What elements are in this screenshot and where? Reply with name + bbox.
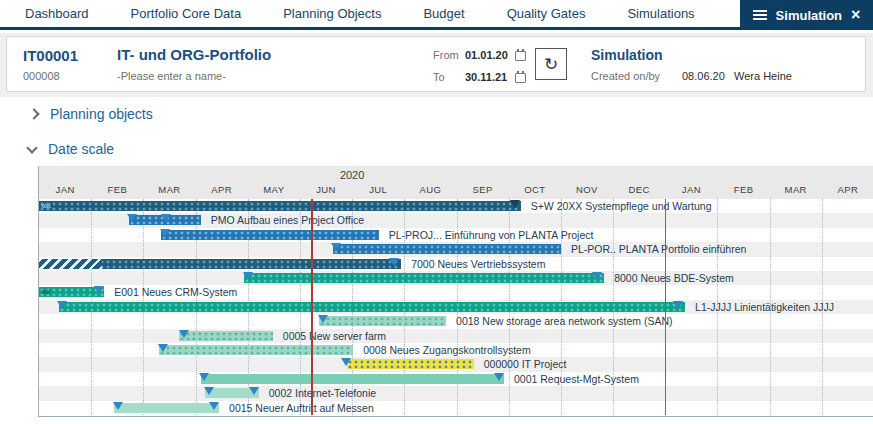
refresh-button[interactable]: ↻: [535, 48, 567, 80]
milestone-icon[interactable]: [389, 258, 399, 266]
milestone-icon[interactable]: [179, 330, 189, 338]
month-label: MAY: [248, 184, 300, 195]
gantt-row: 0018 New storage area network system (SA…: [39, 314, 873, 328]
gantt-bar[interactable]: [159, 345, 353, 355]
gantt-body: ««S+W 20XX Systempflege und WartungPMO A…: [39, 199, 873, 415]
portfolio-id: IT00001: [23, 47, 78, 64]
from-date-field[interactable]: 01.01.20: [465, 49, 508, 61]
to-label: To: [433, 71, 445, 83]
hatch-pattern: [39, 259, 102, 269]
month-label: MAR: [143, 184, 195, 195]
nav-item-budget[interactable]: Budget: [423, 6, 464, 21]
gantt-bar[interactable]: [39, 259, 401, 269]
gantt-bar[interactable]: [333, 244, 561, 254]
hamburger-icon[interactable]: [753, 14, 767, 16]
gantt-row: 0008 Neues Zugangskontrollsystem: [39, 343, 873, 357]
continues-left-icon: ««: [41, 285, 50, 299]
milestone-icon[interactable]: [673, 301, 683, 309]
milestone-icon[interactable]: [158, 344, 168, 352]
month-label: FEB: [91, 184, 143, 195]
nav-item-quality-gates[interactable]: Quality Gates: [507, 6, 586, 21]
month-label: JUN: [300, 184, 352, 195]
to-date-field[interactable]: 30.11.21: [465, 71, 507, 83]
tab-simulation[interactable]: Simulation ×: [740, 0, 873, 30]
milestone-icon[interactable]: [331, 243, 341, 251]
gantt-bar[interactable]: [347, 359, 474, 369]
created-by: Wera Heine: [734, 70, 792, 82]
month-label: APR: [822, 184, 873, 195]
gantt-bar[interactable]: [179, 331, 273, 341]
portfolio-name: IT- und ORG-Portfolio: [117, 46, 271, 63]
month-label: JAN: [39, 184, 91, 195]
month-label: JAN: [665, 184, 717, 195]
planning-objects-label: Planning objects: [50, 106, 153, 122]
milestone-icon[interactable]: [249, 387, 259, 395]
today-line: [311, 199, 313, 415]
nav-item-simulations[interactable]: Simulations: [627, 6, 694, 21]
header-panel: IT00001 000008 IT- und ORG-Portfolio -Pl…: [6, 36, 866, 92]
milestone-icon[interactable]: [494, 373, 504, 381]
bar-label: PL-POR.. PLANTA Portfolio einführen: [571, 242, 746, 256]
bar-label: 0008 Neues Zugangskontrollsystem: [363, 343, 531, 357]
milestone-icon[interactable]: [199, 373, 209, 381]
created-date: 08.06.20: [682, 70, 725, 82]
month-label: DEC: [613, 184, 665, 195]
gantt-bar[interactable]: [59, 302, 685, 312]
milestone-icon[interactable]: [592, 272, 602, 280]
continues-left-icon: ««: [41, 199, 50, 213]
month-label: AUG: [404, 184, 456, 195]
simulation-name-placeholder[interactable]: -Please enter a name-: [117, 70, 226, 82]
to-calendar-icon[interactable]: [515, 73, 526, 83]
milestone-icon[interactable]: [127, 214, 137, 222]
nav-item-dashboard[interactable]: Dashboard: [25, 6, 89, 21]
gantt-bar[interactable]: [244, 273, 604, 283]
section-date-scale[interactable]: Date scale: [28, 141, 114, 157]
bar-label: PL-PROJ... Einführung von PLANTA Project: [389, 228, 594, 242]
milestone-icon[interactable]: [94, 286, 104, 294]
milestone-icon[interactable]: [341, 358, 351, 366]
gantt-timescale-header: 2020JANFEBMARAPRMAYJUNJULAUGSEPOCTNOVDEC…: [39, 166, 873, 199]
created-on-by-label: Created on/by: [591, 70, 660, 82]
milestone-icon[interactable]: [510, 200, 520, 208]
bar-label: PMO Aufbau eines Project Office: [211, 213, 364, 227]
nav-item-portfolio-core-data[interactable]: Portfolio Core Data: [131, 6, 242, 21]
milestone-icon[interactable]: [113, 402, 123, 410]
month-label: SEP: [457, 184, 509, 195]
month-label: OCT: [509, 184, 561, 195]
month-label: FEB: [717, 184, 769, 195]
bar-label: 8000 Neues BDE-System: [614, 271, 734, 285]
milestone-icon[interactable]: [204, 387, 214, 395]
month-label: JUL: [352, 184, 404, 195]
gantt-bar[interactable]: [114, 403, 219, 413]
month-label: MAR: [770, 184, 822, 195]
milestone-icon[interactable]: [243, 272, 253, 280]
simulation-id: 000008: [23, 70, 60, 82]
bar-label: L1-JJJJ Linientätigkeiten JJJJ: [695, 300, 834, 314]
bar-label: 000000 IT Project: [484, 357, 567, 371]
year-divider-line: [665, 199, 666, 415]
close-icon[interactable]: ×: [851, 7, 860, 23]
milestone-icon[interactable]: [57, 301, 67, 309]
chevron-down-icon: [26, 142, 37, 153]
gantt-chart: 2020JANFEBMARAPRMAYJUNJULAUGSEPOCTNOVDEC…: [38, 166, 873, 417]
gantt-bar[interactable]: [319, 316, 446, 326]
milestone-icon[interactable]: [209, 402, 219, 410]
nav-item-planning-objects[interactable]: Planning Objects: [283, 6, 381, 21]
gantt-bar[interactable]: [201, 374, 504, 384]
bar-label: 0002 Internet-Telefonie: [269, 386, 376, 400]
simulation-window: DashboardPortfolio Core DataPlanning Obj…: [0, 0, 873, 424]
gantt-row: PL-PROJ... Einführung von PLANTA Project: [39, 228, 873, 242]
section-planning-objects[interactable]: Planning objects: [30, 106, 153, 122]
from-label: From: [433, 49, 459, 61]
gantt-row: 7000 Neues Vertriebssystem: [39, 257, 873, 271]
gantt-bar[interactable]: [161, 230, 379, 240]
milestone-icon[interactable]: [318, 315, 328, 323]
bar-label: E001 Neues CRM-System: [114, 285, 237, 299]
gantt-bar[interactable]: ««: [39, 201, 521, 211]
milestone-icon[interactable]: [160, 229, 170, 237]
month-label: APR: [196, 184, 248, 195]
bar-label: 0005 New server farm: [283, 329, 386, 343]
from-calendar-icon[interactable]: [515, 51, 526, 61]
milestone-icon[interactable]: [161, 214, 171, 222]
refresh-icon: ↻: [544, 54, 558, 75]
